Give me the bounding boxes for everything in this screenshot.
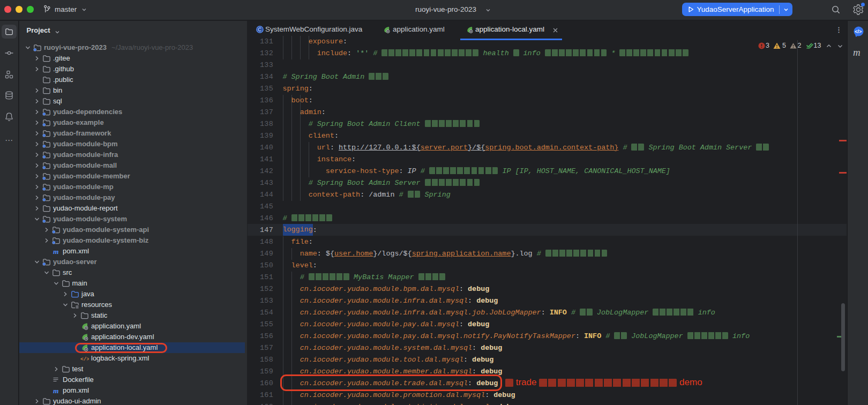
svg-text:</>: </> (80, 356, 89, 362)
svg-text:</>: </> (855, 29, 862, 34)
svg-text:m: m (53, 387, 59, 395)
svg-text:m: m (53, 248, 59, 256)
